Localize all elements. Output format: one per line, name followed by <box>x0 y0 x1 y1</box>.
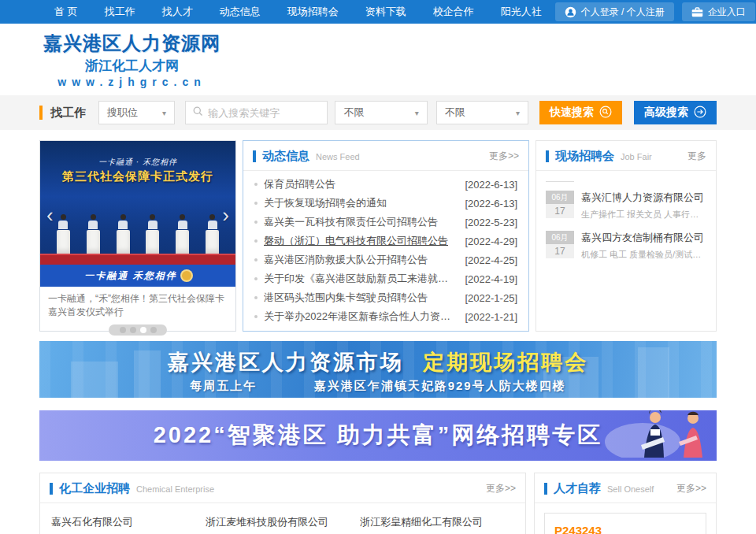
carousel-slide[interactable]: 一卡融通 · 禾您相伴 第三代社会保障卡正式发行 一卡融通 禾您相伴 <box>40 141 235 287</box>
news-panel-header: 动态信息 News Feed 更多>> <box>243 141 528 171</box>
company-entry: 浙江彩皇精细化工有限公司 普工（制造科） 营业担当 <box>360 515 514 534</box>
orange-accent-bar <box>39 106 43 120</box>
carousel-dot[interactable] <box>150 327 157 333</box>
bullet-icon <box>254 277 258 280</box>
search-section-label: 找工作 <box>50 106 86 121</box>
circled-arrow-right-icon <box>694 106 706 121</box>
news-item[interactable]: 港区码头范围内集卡驾驶员招聘公告 [2022-1-25] <box>254 288 517 307</box>
news-item[interactable]: 关于举办2022年港区新春综合性人力资源暨春风... [2022-1-21] <box>254 307 517 326</box>
news-item[interactable]: 嘉兴港区消防救援大队公开招聘公告 [2022-4-25] <box>254 250 517 269</box>
job-fair-jobs: 机修工 电工 质量检验员/测试员 叉车... <box>581 249 706 261</box>
news-item[interactable]: 关于印发《嘉兴港区鼓励新员工来港就业补助操作... [2022-4-19] <box>254 269 517 288</box>
content-row-bottom: 化工企业招聘 Chemical Enterprise 更多>> 嘉兴石化有限公司… <box>39 473 717 534</box>
carousel-dot-active[interactable] <box>140 327 146 333</box>
job-fair-item[interactable]: 06月 17 嘉兴四方友信制桶有限公司 机修工 电工 质量检验员/测试员 叉车.… <box>536 222 716 262</box>
chemical-title: 化工企业招聘 <box>59 481 130 496</box>
carousel-prev-arrow[interactable]: ‹ <box>46 207 54 223</box>
nav-item-home[interactable]: 首 页 <box>41 0 91 24</box>
carousel-next-arrow[interactable]: › <box>222 207 229 223</box>
chemical-company-grid: 嘉兴石化有限公司 工艺员 设备管理 警卫（残疾工） 浙江麦堆科技股份有限公司 销… <box>40 503 525 534</box>
carousel-dot[interactable] <box>120 327 126 333</box>
date-badge: 06月 17 <box>546 191 574 221</box>
main-menu: 首 页 找工作 找人才 动态信息 现场招聘会 资料下载 校企合作 阳光人社 <box>41 0 555 24</box>
news-item[interactable]: 关于恢复现场招聘会的通知 [2022-6-13] <box>254 194 517 213</box>
carousel-caption[interactable]: 一卡融通，“禾”您相伴！第三代社会保障卡嘉兴首发仪式举行 <box>40 287 235 321</box>
people-illustration <box>594 410 712 461</box>
search-keyword-input[interactable] <box>208 107 320 119</box>
person-icon <box>565 6 576 18</box>
job-fair-item[interactable]: 06月 17 嘉兴汇博人力资源有限公司 生产操作工 报关文员 人事行政助理... <box>536 182 716 222</box>
chevron-down-icon: ▾ <box>415 109 419 117</box>
bullet-icon <box>254 315 258 318</box>
nav-actions: 个人登录 / 个人注册 企业入口 <box>555 2 755 21</box>
hr-market-banner[interactable]: 嘉兴港区人力资源市场 定期现场招聘会 每周五上午 嘉兴港区乍浦镇天妃路929号人… <box>39 341 717 398</box>
talent-more-link[interactable]: 更多>> <box>676 482 706 495</box>
talent-subtitle: Sell Oneself <box>607 484 654 494</box>
nav-item-find-job[interactable]: 找工作 <box>91 0 149 24</box>
bullet-icon <box>254 239 258 243</box>
job-fair-company: 嘉兴汇博人力资源有限公司 <box>581 191 706 205</box>
personal-login-button[interactable]: 个人登录 / 个人注册 <box>555 2 674 21</box>
stage-floor <box>40 254 235 265</box>
chevron-down-icon: ▾ <box>162 109 166 117</box>
search-bar: 找工作 搜职位 ▾ 不限 ▾ 不限 ▾ 快速搜索 <box>39 101 717 124</box>
advanced-search-button[interactable]: 高级搜索 <box>634 101 717 124</box>
filter-select-2[interactable]: 不限 ▾ <box>436 101 528 124</box>
job-fair-more-link[interactable]: 更多 <box>687 150 706 163</box>
chemical-subtitle: Chemical Enterprise <box>136 484 214 494</box>
nav-item-news[interactable]: 动态信息 <box>206 0 274 24</box>
bullet-icon <box>254 258 258 261</box>
news-panel-subtitle: News Feed <box>316 152 360 161</box>
banner-title: 嘉兴港区人力资源市场 定期现场招聘会 <box>39 348 717 376</box>
company-name-link[interactable]: 浙江彩皇精细化工有限公司 <box>360 515 506 529</box>
news-item[interactable]: 保育员招聘公告 [2022-6-13] <box>254 175 517 194</box>
blue-accent-bar <box>544 483 547 495</box>
talent-panel: 人才自荐 Sell Oneself 更多>> P243243 男 | 嘉兴市->… <box>534 473 717 534</box>
slide-script-text: 一卡融通 · 禾您相伴 <box>40 157 235 168</box>
company-entry-button[interactable]: 企业入口 <box>682 2 755 21</box>
carousel-dot[interactable] <box>130 327 136 333</box>
news-carousel: 一卡融通 · 禾您相伴 第三代社会保障卡正式发行 一卡融通 禾您相伴 <box>39 140 236 332</box>
person-figure <box>146 214 159 254</box>
job-fair-jobs: 生产操作工 报关文员 人事行政助理... <box>581 209 706 221</box>
nav-item-sunshine-hr[interactable]: 阳光人社 <box>487 0 555 24</box>
bullet-icon <box>254 221 258 224</box>
online-recruit-banner[interactable]: 2022“智聚港区 助力共富”网络招聘专区 <box>39 410 717 461</box>
news-panel: 动态信息 News Feed 更多>> 保育员招聘公告 [2022-6-13] … <box>243 140 529 332</box>
site-logo[interactable]: 嘉兴港区人力资源网 浙江化工人才网 www.zjhgrc.cn <box>43 31 220 88</box>
blue-accent-bar <box>50 483 53 495</box>
chemical-panel: 化工企业招聘 Chemical Enterprise 更多>> 嘉兴石化有限公司… <box>39 473 526 534</box>
nav-item-job-fair[interactable]: 现场招聘会 <box>274 0 352 24</box>
talent-id: P243243 <box>554 524 696 534</box>
job-fair-subtitle: Job Fair <box>621 152 652 161</box>
talent-title: 人才自荐 <box>554 481 601 496</box>
news-item[interactable]: 嘉兴美一瓦科技有限责任公司招聘公告 [2022-5-23] <box>254 213 517 232</box>
job-fair-panel: 现场招聘会 Job Fair 更多 06月 17 嘉兴汇博人力资源有限公司 生产… <box>536 140 717 332</box>
company-name-link[interactable]: 浙江麦堆科技股份有限公司 <box>206 515 352 529</box>
search-category-select[interactable]: 搜职位 ▾ <box>98 101 175 124</box>
news-more-link[interactable]: 更多>> <box>489 150 519 163</box>
person-figure <box>176 214 189 254</box>
quick-search-button[interactable]: 快速搜索 <box>539 101 622 124</box>
chemical-header: 化工企业招聘 Chemical Enterprise 更多>> <box>40 473 525 503</box>
top-nav: 首 页 找工作 找人才 动态信息 现场招聘会 资料下载 校企合作 阳光人社 个人… <box>0 0 756 24</box>
chemical-more-link[interactable]: 更多>> <box>486 482 516 495</box>
bullet-icon <box>254 183 258 186</box>
slide-title: 第三代社会保障卡正式发行 <box>40 169 235 184</box>
carousel-dots <box>109 324 167 336</box>
nav-item-downloads[interactable]: 资料下载 <box>352 0 420 24</box>
news-item-hovered[interactable]: 磐动（浙江）电气科技有限公司招聘公告 [2022-4-29] <box>254 232 517 250</box>
filter-select-1[interactable]: 不限 ▾ <box>335 101 427 124</box>
nav-item-find-talent[interactable]: 找人才 <box>149 0 206 24</box>
company-name-link[interactable]: 嘉兴石化有限公司 <box>51 515 198 529</box>
person-figure <box>57 214 70 254</box>
nav-item-school-coop[interactable]: 校企合作 <box>420 0 487 24</box>
company-entry: 浙江麦堆科技股份有限公司 销售专员 会计 土建主管 <box>206 515 360 534</box>
main-content: 一卡融通 · 禾您相伴 第三代社会保障卡正式发行 一卡融通 禾您相伴 <box>39 140 717 534</box>
stage-figures <box>40 214 235 254</box>
site-header: 嘉兴港区人力资源网 浙江化工人才网 www.zjhgrc.cn <box>0 24 756 95</box>
company-entry: 嘉兴石化有限公司 工艺员 设备管理 警卫（残疾工） <box>51 515 206 534</box>
job-fair-header: 现场招聘会 Job Fair 更多 <box>536 141 716 171</box>
person-figure <box>206 214 219 254</box>
talent-card[interactable]: P243243 男 | 嘉兴市->嘉兴港区 | 八年以上 <box>544 513 706 534</box>
